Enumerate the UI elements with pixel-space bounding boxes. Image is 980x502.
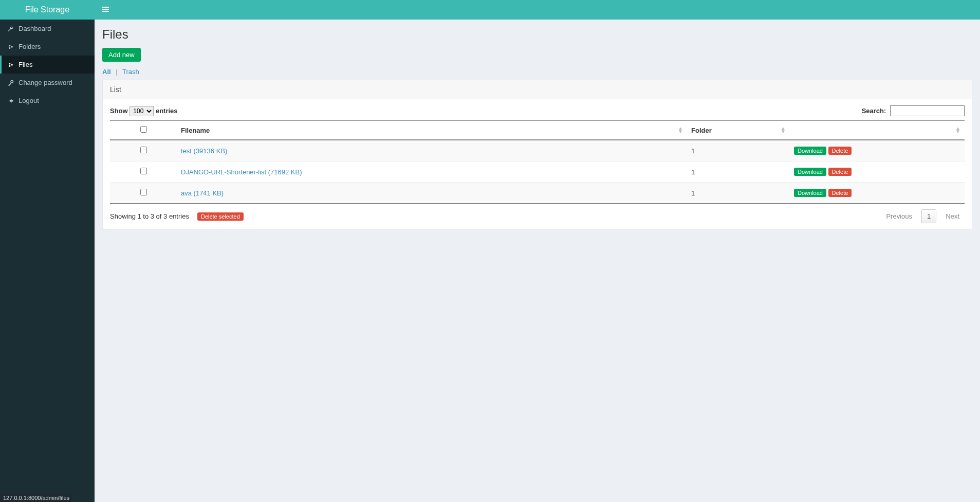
cogs-icon	[7, 44, 14, 50]
row-checkbox[interactable]	[140, 189, 147, 195]
delete-button[interactable]: Delete	[828, 168, 852, 176]
show-label-pre: Show	[110, 107, 128, 115]
file-link[interactable]: ava (1741 KB)	[181, 189, 224, 197]
sidebar-item-label: Dashboard	[19, 25, 51, 32]
main-content: Files Add new All | Trash List Show 100 …	[95, 20, 980, 238]
previous-button[interactable]: Previous	[881, 210, 917, 223]
sort-icon: ▲▼	[955, 127, 960, 133]
list-panel: List Show 100 entries Search:	[102, 80, 972, 230]
folder-cell: 1	[687, 162, 790, 183]
download-button[interactable]: Download	[794, 168, 826, 176]
row-checkbox[interactable]	[140, 168, 147, 174]
file-link[interactable]: DJANGO-URL-Shortener-list (71692 KB)	[181, 168, 302, 176]
sidebar-item-change-password[interactable]: Change password	[0, 74, 95, 92]
sidebar-item-files[interactable]: Files	[0, 56, 95, 74]
svg-rect-0	[102, 7, 109, 8]
table-row: DJANGO-URL-Shortener-list (71692 KB)1Dow…	[110, 162, 965, 183]
search-input[interactable]	[890, 105, 965, 116]
folder-cell: 1	[687, 183, 790, 204]
cogs-icon	[7, 62, 14, 68]
table-row: test (39136 KB)1Download Delete	[110, 140, 965, 162]
sidebar-item-label: Files	[19, 61, 32, 68]
svg-rect-1	[102, 9, 109, 10]
add-new-button[interactable]: Add new	[102, 48, 141, 62]
search-label: Search:	[862, 107, 886, 115]
filter-all[interactable]: All	[102, 68, 111, 76]
row-checkbox[interactable]	[140, 147, 147, 153]
delete-button[interactable]: Delete	[828, 147, 852, 155]
svg-rect-2	[102, 11, 109, 12]
table-row: ava (1741 KB)1Download Delete	[110, 183, 965, 204]
select-all-checkbox[interactable]	[140, 126, 147, 133]
sort-icon: ▲▼	[781, 127, 786, 133]
sidebar-item-dashboard[interactable]: Dashboard	[0, 20, 95, 38]
svg-point-9	[11, 80, 13, 83]
file-link[interactable]: test (39136 KB)	[181, 147, 227, 155]
svg-point-4	[11, 46, 13, 47]
folder-cell: 1	[687, 140, 790, 162]
bars-icon	[102, 6, 109, 14]
sort-icon: ▲▼	[678, 127, 683, 133]
panel-body: Show 100 entries Search:	[103, 99, 972, 229]
svg-point-6	[9, 63, 10, 64]
files-table: Filename ▲▼ Folder ▲▼ ▲▼ test (39136 KB)…	[110, 120, 965, 204]
sidebar-item-label: Change password	[19, 79, 72, 86]
table-info: Showing 1 to 3 of 3 entries	[110, 212, 189, 220]
svg-point-5	[9, 47, 10, 48]
show-label-post: entries	[156, 107, 178, 115]
sidebar-item-label: Logout	[19, 97, 39, 104]
delete-button[interactable]: Delete	[828, 189, 852, 197]
sidebar-item-logout[interactable]: Logout	[0, 92, 95, 110]
pagination: Previous 1 Next	[881, 209, 965, 223]
filter-trash[interactable]: Trash	[122, 68, 139, 76]
col-checkbox	[110, 121, 177, 140]
entries-select[interactable]: 100	[130, 106, 154, 116]
table-header-row: Filename ▲▼ Folder ▲▼ ▲▼	[110, 121, 965, 140]
page-number[interactable]: 1	[921, 209, 936, 223]
brand[interactable]: File Storage	[0, 5, 95, 14]
panel-header: List	[103, 80, 972, 99]
svg-point-3	[9, 45, 10, 46]
download-button[interactable]: Download	[794, 147, 826, 155]
search-control: Search:	[862, 105, 965, 116]
download-button[interactable]: Download	[794, 189, 826, 197]
filter-links: All | Trash	[102, 68, 972, 76]
datatable-top: Show 100 entries Search:	[110, 105, 965, 116]
wrench-icon	[7, 26, 14, 32]
sidebar: Dashboard Folders Files Change password …	[0, 20, 95, 238]
delete-selected-button[interactable]: Delete selected	[197, 212, 244, 221]
sidebar-item-label: Folders	[19, 43, 41, 50]
datatable-bottom: Showing 1 to 3 of 3 entries Delete selec…	[110, 209, 965, 223]
key-icon	[7, 80, 14, 86]
arrow-left-icon	[7, 98, 14, 104]
next-button[interactable]: Next	[940, 210, 965, 223]
page-title: Files	[102, 27, 972, 42]
filter-separator: |	[116, 68, 117, 76]
length-control: Show 100 entries	[110, 106, 178, 116]
sidebar-toggle[interactable]	[95, 6, 116, 14]
svg-point-8	[9, 65, 10, 66]
col-folder[interactable]: Folder ▲▼	[687, 121, 790, 140]
col-filename[interactable]: Filename ▲▼	[177, 121, 687, 140]
topbar: File Storage	[0, 0, 980, 20]
col-actions: ▲▼	[790, 121, 965, 140]
svg-point-7	[11, 64, 13, 65]
sidebar-item-folders[interactable]: Folders	[0, 38, 95, 56]
